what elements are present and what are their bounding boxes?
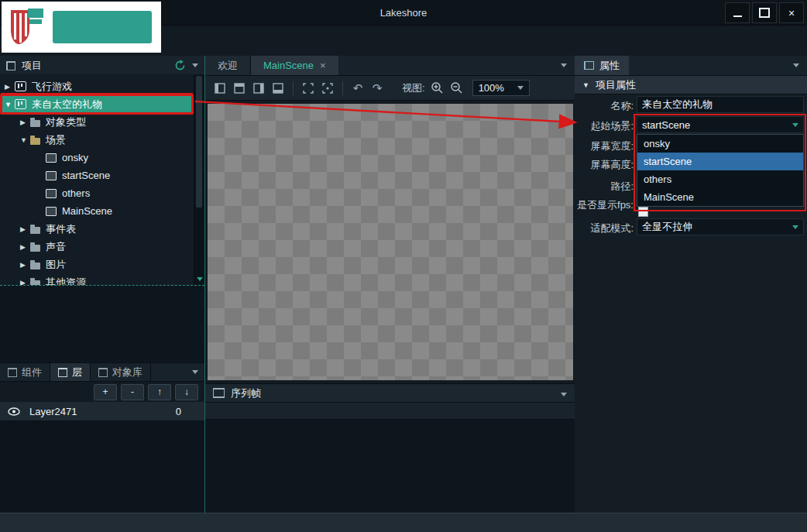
tree-item-sounds[interactable]: ▶ 声音 (0, 238, 194, 256)
expander-icon[interactable]: ▶ (5, 83, 15, 91)
fit-selection-icon[interactable] (301, 81, 315, 95)
tree-item-images[interactable]: ▶ 图片 (0, 256, 194, 273)
document-tabbar: 欢迎 MainScene × (205, 56, 575, 76)
close-button[interactable]: × (779, 2, 804, 23)
board-icon (15, 99, 26, 109)
left-panel-empty (0, 286, 204, 362)
tree-item-object-types[interactable]: ▶ 对象类型 (0, 113, 194, 131)
fit-canvas-icon[interactable] (321, 81, 335, 95)
tree-item-label: others (62, 187, 90, 199)
status-bar (0, 513, 807, 532)
folder-icon (30, 263, 40, 269)
screen-height-label: 屏幕高度: (573, 158, 634, 172)
sequence-frames-track[interactable] (205, 403, 575, 420)
fit-mode-dropdown[interactable]: 全显不拉伸 (637, 218, 804, 235)
components-icon (8, 368, 17, 377)
remove-layer-button[interactable]: - (121, 384, 144, 400)
visibility-icon[interactable] (8, 407, 20, 416)
expander-icon[interactable]: ▼ (5, 101, 15, 108)
properties-tabbar: 属性 (575, 56, 807, 76)
option-startscene-selected[interactable]: startScene (637, 153, 803, 170)
minus-icon: - (131, 386, 134, 397)
expander-icon[interactable]: ▶ (20, 118, 30, 126)
option-onsky[interactable]: onsky (637, 135, 803, 153)
option-others[interactable]: others (637, 170, 803, 188)
expander-icon[interactable]: ▶ (20, 279, 30, 286)
move-layer-down-button[interactable]: ↓ (175, 384, 198, 400)
tab-welcome[interactable]: 欢迎 (205, 56, 251, 75)
move-layer-up-button[interactable]: ↑ (148, 384, 171, 400)
zoom-level-select[interactable]: 100% (472, 80, 530, 96)
layer-list-item[interactable]: Layer2471 0 (0, 402, 204, 421)
sequence-frames-caret-icon[interactable] (561, 393, 567, 396)
tabbar-menu-caret-icon[interactable] (192, 370, 198, 374)
maximize-icon (759, 8, 770, 18)
dropdown-caret-icon[interactable] (792, 123, 798, 127)
name-label: 名称: (573, 99, 634, 113)
scrollbar-thumb[interactable] (196, 76, 202, 208)
tree-item-scene-startscene[interactable]: startScene (0, 166, 194, 184)
expander-icon[interactable]: ▶ (20, 243, 30, 251)
zoom-out-icon[interactable] (450, 81, 464, 95)
scene-icon (46, 189, 57, 198)
expander-icon[interactable]: ▼ (20, 136, 30, 144)
tab-label: 组件 (22, 366, 42, 379)
collapse-icon[interactable]: ▼ (582, 81, 589, 89)
folder-icon (30, 120, 40, 127)
align-right-icon[interactable] (252, 81, 266, 95)
tab-list-caret-icon[interactable] (561, 63, 567, 67)
start-scene-dropdown[interactable]: startScene (637, 116, 804, 133)
redo-button[interactable]: ↷ (370, 81, 384, 95)
align-top-icon[interactable] (232, 81, 246, 95)
tree-item-scene-mainscene[interactable]: MainScene (0, 202, 194, 220)
layers-icon (58, 368, 67, 377)
project-icon (6, 61, 15, 70)
name-field[interactable]: 来自太空的礼物 (637, 96, 804, 113)
tree-item-scene-onsky[interactable]: onsky (0, 149, 194, 166)
layer-name: Layer2471 (29, 406, 77, 417)
option-mainscene[interactable]: MainScene (637, 188, 803, 206)
tree-item-game-2-selected[interactable]: ▼ 来自太空的礼物 (0, 95, 194, 113)
properties-menu-caret-icon[interactable] (793, 63, 799, 67)
tree-item-game-1[interactable]: ▶ 飞行游戏 (0, 77, 194, 95)
name-value: 来自太空的礼物 (642, 98, 713, 112)
project-properties-section[interactable]: ▼ 项目属性 (575, 76, 807, 94)
tree-item-label: 其他资源 (46, 276, 86, 286)
scroll-down-button[interactable] (194, 274, 205, 284)
tab-layers[interactable]: 层 (50, 363, 91, 381)
properties-icon (584, 61, 594, 70)
fps-checkbox[interactable] (638, 207, 648, 217)
sequence-frames-header[interactable]: 序列帧 (205, 383, 575, 403)
tab-mainscene[interactable]: MainScene × (251, 56, 338, 75)
align-left-icon[interactable] (213, 81, 227, 95)
minimize-button[interactable] (725, 2, 750, 23)
refresh-icon[interactable] (174, 60, 186, 71)
tree-item-label: 图片 (46, 258, 66, 272)
tab-components[interactable]: 组件 (0, 363, 50, 381)
tab-label: 欢迎 (218, 59, 238, 73)
option-label: startScene (644, 156, 692, 167)
expander-icon[interactable]: ▶ (20, 261, 30, 269)
expander-icon[interactable]: ▶ (20, 225, 30, 233)
tab-properties[interactable]: 属性 (575, 56, 629, 75)
screen-width-label: 屏幕宽度: (573, 139, 634, 153)
tree-item-event-sheets[interactable]: ▶ 事件表 (0, 220, 194, 238)
tab-object-library[interactable]: 对象库 (91, 363, 151, 381)
zoom-in-icon[interactable] (431, 81, 445, 95)
tree-item-scene-others[interactable]: others (0, 184, 194, 202)
fps-label: 是否显示fps: (568, 198, 634, 212)
tree-item-other-resources[interactable]: ▶ 其他资源 (0, 273, 194, 285)
dropdown-caret-icon[interactable] (792, 225, 798, 229)
add-layer-button[interactable]: + (94, 384, 117, 400)
arrow-down-icon: ↓ (184, 386, 189, 397)
option-label: onsky (644, 138, 670, 149)
tree-scrollbar[interactable] (194, 74, 204, 285)
scene-canvas[interactable] (208, 104, 573, 380)
tab-close-icon[interactable]: × (320, 60, 326, 71)
undo-button[interactable]: ↶ (351, 81, 365, 95)
maximize-button[interactable] (752, 2, 777, 23)
tree-item-scenes-folder[interactable]: ▼ 场景 (0, 131, 194, 149)
project-menu-caret-icon[interactable] (192, 63, 198, 67)
align-bottom-icon[interactable] (271, 81, 285, 95)
arrow-up-icon: ↑ (157, 386, 162, 397)
